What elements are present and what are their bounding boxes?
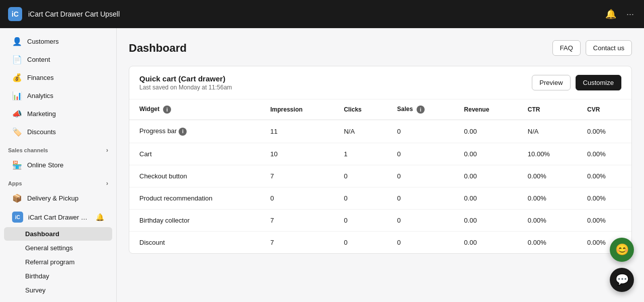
cell-revenue: 0.00	[454, 165, 517, 187]
contact-button[interactable]: Contact us	[586, 40, 632, 56]
cell-clicks: N/A	[334, 120, 387, 143]
faq-button[interactable]: FAQ	[552, 40, 581, 56]
cell-revenue: 0.00	[454, 120, 517, 143]
col-clicks: Clicks	[334, 99, 387, 120]
table-row: Product recommendation0000.000.00%0.00%	[129, 187, 631, 209]
cell-ctr: 0.00%	[518, 209, 577, 231]
sidebar-item-content[interactable]: 📄 Content	[4, 51, 112, 68]
card-header-actions: Preview Customize	[532, 75, 621, 90]
chat-bubble-top[interactable]: 😊	[610, 238, 634, 262]
customize-button[interactable]: Customize	[576, 75, 621, 90]
sidebar-item-icart[interactable]: iC iCart Cart Drawer Car... 🔔	[4, 208, 112, 227]
cell-sales: 0	[387, 120, 454, 143]
sidebar-sub-item-pricing-plan[interactable]: Pricing plan	[4, 297, 112, 302]
smiley-icon: 😊	[615, 243, 629, 256]
customers-icon: 👤	[12, 37, 22, 46]
card-header: Quick cart (Cart drawer) Last saved on M…	[129, 66, 631, 99]
content-area: Dashboard FAQ Contact us Quick cart (Car…	[117, 28, 644, 302]
marketing-icon: 📣	[12, 109, 22, 119]
cell-impression: 11	[260, 120, 334, 143]
cell-clicks: 0	[334, 209, 387, 231]
cell-sales: 0	[387, 231, 454, 253]
sidebar-item-discounts[interactable]: 🏷️ Discounts	[4, 123, 112, 141]
sidebar-item-label: Finances	[27, 74, 54, 81]
sidebar-item-customers[interactable]: 👤 Customers	[4, 33, 112, 50]
cell-clicks: 0	[334, 187, 387, 209]
apps-chevron: ›	[106, 180, 108, 187]
finances-icon: 💰	[12, 73, 22, 82]
sidebar-item-finances[interactable]: 💰 Finances	[4, 69, 112, 86]
bell-button[interactable]: 🔔	[603, 7, 618, 22]
quick-cart-card: Quick cart (Cart drawer) Last saved on M…	[129, 66, 632, 254]
cell-sales: 0	[387, 209, 454, 231]
cell-clicks: 1	[334, 143, 387, 165]
col-impression: Impression	[260, 99, 334, 120]
table-row: Progress bari11N/A00.00N/A0.00%	[129, 120, 631, 143]
sidebar-item-online-store[interactable]: 🏪 Online Store	[4, 156, 112, 174]
cell-ctr: 0.00%	[518, 187, 577, 209]
table-row: Checkout button7000.000.00%0.00%	[129, 165, 631, 187]
col-ctr: CTR	[518, 99, 577, 120]
more-button[interactable]: ···	[624, 7, 636, 22]
online-store-icon: 🏪	[12, 160, 22, 170]
table-row: Birthday collector7000.000.00%0.00%	[129, 209, 631, 231]
cell-sales: 0	[387, 187, 454, 209]
cell-impression: 10	[260, 143, 334, 165]
cell-clicks: 0	[334, 165, 387, 187]
cell-impression: 7	[260, 231, 334, 253]
apps-section: Apps ›	[0, 176, 116, 189]
top-bar: iC iCart Cart Drawer Cart Upsell 🔔 ···	[0, 0, 644, 28]
sidebar-item-marketing[interactable]: 📣 Marketing	[4, 105, 112, 123]
sales-info-icon[interactable]: i	[417, 106, 425, 114]
sidebar-item-delivery-pickup[interactable]: 📦 Delivery & Pickup	[4, 189, 112, 207]
cell-ctr: 0.00%	[518, 165, 577, 187]
cell-cvr: 0.00%	[577, 187, 631, 209]
cell-cvr: 0.00%	[577, 143, 631, 165]
sidebar-sub-item-referral-program[interactable]: Referral program	[4, 255, 112, 269]
icart-bell-icon: 🔔	[96, 213, 104, 221]
chat-bubble[interactable]: 💬	[610, 268, 634, 292]
cell-ctr: 10.00%	[518, 143, 577, 165]
sidebar-item-label: Content	[27, 56, 50, 63]
col-widget: Widget i	[129, 99, 260, 120]
cell-ctr: 0.00%	[518, 231, 577, 253]
sidebar-item-label: Customers	[27, 38, 59, 45]
sidebar-item-label: Marketing	[27, 110, 56, 118]
sidebar-sub-item-survey[interactable]: Survey	[4, 283, 112, 297]
cell-widget: Discount	[129, 231, 260, 253]
widget-info-icon[interactable]: i	[163, 106, 171, 114]
cell-sales: 0	[387, 143, 454, 165]
cell-revenue: 0.00	[454, 209, 517, 231]
sidebar-sub-item-general-settings[interactable]: General settings	[4, 241, 112, 255]
metrics-table: Widget i Impression Clicks Sales i Reven…	[129, 99, 631, 253]
cell-impression: 0	[260, 187, 334, 209]
discounts-icon: 🏷️	[12, 127, 22, 137]
preview-button[interactable]: Preview	[532, 75, 570, 90]
app-title: iCart Cart Drawer Cart Upsell	[28, 10, 597, 18]
sidebar-item-label: Delivery & Pickup	[27, 194, 78, 202]
cell-widget: Checkout button	[129, 165, 260, 187]
delivery-icon: 📦	[12, 193, 22, 203]
table-header-row: Widget i Impression Clicks Sales i Reven…	[129, 99, 631, 120]
cell-cvr: 0.00%	[577, 209, 631, 231]
sidebar-item-label: Discounts	[27, 128, 56, 136]
cell-ctr: N/A	[518, 120, 577, 143]
cell-sales: 0	[387, 165, 454, 187]
cell-revenue: 0.00	[454, 187, 517, 209]
icart-icon: iC	[12, 212, 23, 223]
col-cvr: CVR	[577, 99, 631, 120]
sidebar-sub-item-dashboard[interactable]: Dashboard	[4, 227, 112, 241]
sales-channels-chevron: ›	[106, 147, 108, 154]
sidebar-sub-item-birthday[interactable]: Birthday	[4, 269, 112, 283]
sidebar-item-analytics[interactable]: 📊 Analytics	[4, 87, 112, 105]
card-header-info: Quick cart (Cart drawer) Last saved on M…	[139, 74, 232, 91]
col-revenue: Revenue	[454, 99, 517, 120]
top-bar-actions: 🔔 ···	[603, 7, 636, 22]
row-info-icon[interactable]: i	[179, 128, 187, 136]
sales-channels-section: Sales channels ›	[0, 143, 116, 156]
app-icon: iC	[8, 7, 22, 21]
cell-revenue: 0.00	[454, 143, 517, 165]
metrics-table-container: Widget i Impression Clicks Sales i Reven…	[129, 99, 631, 253]
card-subtitle: Last saved on Monday at 11:56am	[139, 84, 232, 91]
cell-cvr: 0.00%	[577, 120, 631, 143]
